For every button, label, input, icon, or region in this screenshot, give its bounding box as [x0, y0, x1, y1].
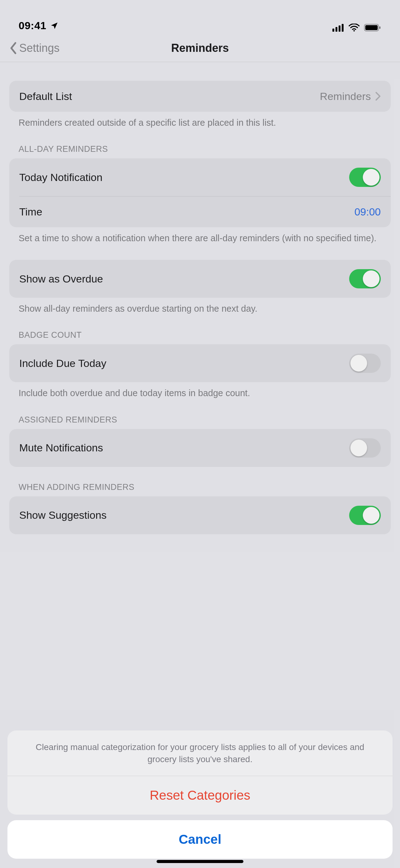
show-suggestions-row: Show Suggestions	[9, 496, 391, 534]
default-list-value: Reminders	[320, 90, 371, 102]
svg-rect-2	[339, 26, 340, 32]
back-label: Settings	[19, 41, 60, 55]
default-list-label: Default List	[19, 90, 72, 102]
mute-notifications-row: Mute Notifications	[9, 429, 391, 467]
cellular-icon	[332, 24, 344, 32]
svg-rect-7	[379, 26, 380, 29]
battery-icon	[364, 24, 381, 32]
status-bar: 09:41	[0, 0, 400, 34]
include-due-today-toggle[interactable]	[349, 353, 381, 373]
svg-rect-0	[332, 29, 334, 32]
show-suggestions-label: Show Suggestions	[19, 509, 107, 521]
time-value: 09:00	[355, 206, 381, 218]
status-time: 09:41	[19, 20, 46, 32]
overdue-footer: Show all-day reminders as overdue starti…	[9, 298, 391, 315]
chevron-right-icon	[375, 92, 381, 101]
all-day-header: ALL-DAY REMINDERS	[9, 144, 391, 158]
show-as-overdue-row: Show as Overdue	[9, 260, 391, 298]
cancel-button[interactable]: Cancel	[7, 820, 393, 859]
svg-point-4	[354, 30, 355, 32]
svg-rect-1	[335, 27, 337, 32]
page-title: Reminders	[0, 41, 400, 55]
today-notification-label: Today Notification	[19, 172, 102, 183]
show-as-overdue-toggle[interactable]	[349, 269, 381, 288]
home-indicator[interactable]	[157, 860, 243, 863]
chevron-left-icon	[9, 42, 18, 54]
svg-rect-3	[342, 24, 343, 32]
reset-categories-button[interactable]: Reset Categories	[7, 776, 393, 815]
default-list-row[interactable]: Default List Reminders	[9, 81, 391, 112]
today-notification-toggle[interactable]	[349, 168, 381, 187]
when-adding-header: WHEN ADDING REMINDERS	[9, 483, 391, 496]
mute-notifications-label: Mute Notifications	[19, 442, 103, 454]
location-arrow-icon	[50, 22, 59, 30]
action-sheet: Clearing manual categorization for your …	[7, 731, 393, 859]
nav-bar: Settings Reminders	[0, 34, 400, 62]
show-as-overdue-label: Show as Overdue	[19, 273, 103, 285]
action-sheet-message: Clearing manual categorization for your …	[7, 731, 393, 776]
time-label: Time	[19, 206, 42, 218]
wifi-icon	[348, 24, 360, 32]
all-day-footer: Set a time to show a notification when t…	[9, 227, 391, 244]
svg-rect-6	[365, 25, 378, 30]
today-notification-row: Today Notification	[9, 158, 391, 196]
badge-footer: Include both overdue and due today items…	[9, 382, 391, 399]
time-row[interactable]: Time 09:00	[19, 196, 391, 227]
show-suggestions-toggle[interactable]	[349, 506, 381, 525]
include-due-today-row: Include Due Today	[9, 344, 391, 382]
badge-count-header: BADGE COUNT	[9, 330, 391, 344]
default-list-footer: Reminders created outside of a specific …	[9, 112, 391, 129]
back-button[interactable]: Settings	[9, 41, 60, 55]
mute-notifications-toggle[interactable]	[349, 438, 381, 458]
include-due-today-label: Include Due Today	[19, 357, 106, 369]
assigned-reminders-header: ASSIGNED REMINDERS	[9, 415, 391, 429]
